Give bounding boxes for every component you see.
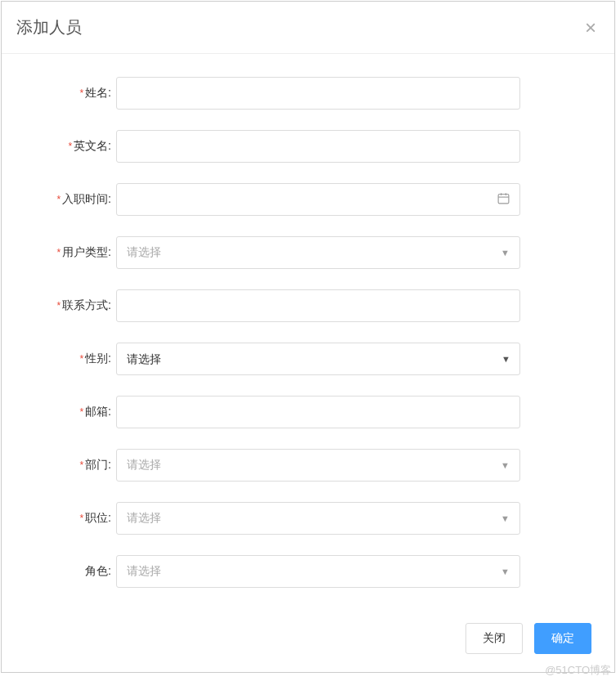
required-star: *	[68, 141, 72, 152]
role-select[interactable]: 请选择 ▼	[116, 555, 520, 588]
row-position: *职位: 请选择 ▼	[18, 502, 598, 535]
label-english-name: *英文名:	[18, 139, 116, 154]
user-type-select[interactable]: 请选择 ▼	[116, 236, 520, 269]
modal-header: 添加人员 ×	[2, 2, 614, 54]
gender-select[interactable]: 请选择	[116, 343, 520, 375]
select-placeholder: 请选择	[127, 245, 161, 260]
email-input[interactable]	[116, 396, 520, 428]
required-star: *	[79, 406, 83, 418]
required-star: *	[56, 300, 61, 311]
add-person-modal: 添加人员 × *姓名: *英文名: *入职时间: *用户类型: 请选择	[1, 1, 615, 673]
required-star: *	[56, 247, 61, 258]
position-select[interactable]: 请选择 ▼	[116, 502, 520, 535]
label-email: *邮箱:	[18, 405, 116, 419]
confirm-button[interactable]: 确定	[534, 623, 591, 654]
name-input[interactable]	[116, 77, 520, 110]
required-star: *	[56, 194, 61, 205]
english-name-input[interactable]	[116, 130, 520, 163]
chevron-down-icon: ▼	[501, 513, 510, 523]
chevron-down-icon: ▼	[501, 567, 510, 576]
chevron-down-icon: ▼	[501, 460, 510, 470]
select-placeholder: 请选择	[127, 511, 161, 526]
row-gender: *性别: 请选择 ▼	[18, 343, 598, 375]
label-position: *职位:	[18, 511, 116, 526]
required-star: *	[79, 353, 83, 365]
select-placeholder: 请选择	[127, 458, 161, 473]
close-icon[interactable]: ×	[585, 18, 596, 38]
contact-input[interactable]	[116, 289, 520, 322]
label-user-type: *用户类型:	[18, 245, 116, 260]
watermark: @51CTO博客	[545, 663, 611, 674]
modal-footer: 关闭 确定	[2, 616, 614, 672]
label-name: *姓名:	[18, 86, 116, 101]
required-star: *	[79, 459, 83, 471]
label-contact: *联系方式:	[18, 298, 116, 313]
row-name: *姓名:	[18, 77, 598, 110]
label-join-date: *入职时间:	[18, 192, 116, 207]
row-join-date: *入职时间:	[18, 183, 598, 216]
select-placeholder: 请选择	[127, 564, 161, 579]
modal-title: 添加人员	[16, 16, 82, 38]
row-department: *部门: 请选择 ▼	[18, 449, 598, 482]
label-role: 角色:	[18, 564, 116, 579]
row-email: *邮箱:	[18, 396, 598, 428]
row-english-name: *英文名:	[18, 130, 598, 163]
row-role: 角色: 请选择 ▼	[18, 555, 598, 588]
row-user-type: *用户类型: 请选择 ▼	[18, 236, 598, 269]
label-gender: *性别:	[18, 352, 116, 366]
label-department: *部门:	[18, 458, 116, 473]
chevron-down-icon: ▼	[501, 248, 510, 258]
row-contact: *联系方式:	[18, 289, 598, 322]
required-star: *	[79, 513, 83, 524]
close-button[interactable]: 关闭	[465, 623, 523, 654]
modal-body: *姓名: *英文名: *入职时间: *用户类型: 请选择 ▼	[2, 54, 614, 616]
department-select[interactable]: 请选择 ▼	[116, 449, 520, 482]
join-date-input[interactable]	[116, 183, 520, 216]
required-star: *	[79, 87, 83, 99]
